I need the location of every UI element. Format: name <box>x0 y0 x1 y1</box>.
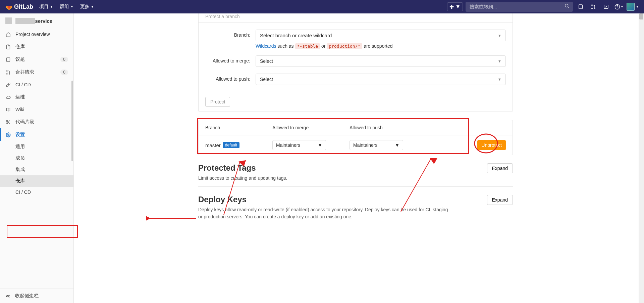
gitlab-logo[interactable]: GitLab <box>5 3 33 10</box>
merge-icon <box>591 4 596 9</box>
doc-icon <box>5 44 11 49</box>
sidebar-item-repo[interactable]: 仓库 <box>0 40 73 53</box>
th-merge: Allowed to merge <box>272 125 350 130</box>
sidebar-item-label: Project overview <box>15 32 50 37</box>
check-icon <box>603 4 609 9</box>
branch-cell: masterdefault <box>205 142 272 148</box>
scissors-icon <box>5 120 11 125</box>
sidebar-sub-members[interactable]: 成员 <box>0 153 73 164</box>
svg-point-10 <box>6 73 7 74</box>
merge-select[interactable]: Select▼ <box>256 55 506 67</box>
protect-branch-card: Protect a branch Branch: Select branch o… <box>198 10 513 112</box>
count-badge: 0 <box>60 70 68 75</box>
sidebar-item-label: 设置 <box>15 132 25 138</box>
wildcards-link[interactable]: Wildcards <box>256 43 276 49</box>
chevron-down-icon: ▼ <box>498 59 501 63</box>
chevron-down-icon: ▼ <box>455 4 461 10</box>
svg-rect-6 <box>604 5 608 9</box>
branch-select[interactable]: Select branch or create wildcard▼ <box>256 30 506 41</box>
sidebar-item-mr[interactable]: 合并请求0 <box>0 66 73 79</box>
expand-button[interactable]: Expand <box>487 163 513 173</box>
push-select[interactable]: Select▼ <box>256 74 506 85</box>
project-icon <box>5 17 12 24</box>
section-desc: Deploy keys allow read-only or read-writ… <box>198 206 453 220</box>
svg-point-14 <box>6 123 7 124</box>
expand-button[interactable]: Expand <box>487 195 513 205</box>
sidebar-sub-general[interactable]: 通用 <box>0 141 73 153</box>
sidebar-item-issues[interactable]: 议题0 <box>0 53 73 66</box>
row-push-select[interactable]: Maintainers▼ <box>350 140 403 150</box>
branch-label: Branch: <box>205 30 256 38</box>
top-navbar: GitLab 项目▼ 群组▼ 更多▼ ✚▼ ▼ ▼ <box>0 0 644 13</box>
gitlab-icon <box>5 3 13 10</box>
project-name: xxxxxxxservice <box>15 18 52 24</box>
svg-point-11 <box>9 73 10 74</box>
section-title: Deploy Keys <box>198 195 453 204</box>
help-icon <box>614 4 620 10</box>
svg-point-13 <box>6 120 7 121</box>
default-badge: default <box>223 142 239 148</box>
deploy-keys-section: Deploy Keys Deploy keys allow read-only … <box>198 187 513 225</box>
svg-rect-2 <box>579 5 583 9</box>
protect-button[interactable]: Protect <box>205 97 230 107</box>
home-icon <box>5 32 11 37</box>
nav-menu: 项目▼ 群组▼ 更多▼ <box>36 4 97 10</box>
sidebar-item-label: 议题 <box>15 56 25 62</box>
chevron-down-icon: ▼ <box>621 5 624 8</box>
count-badge: 0 <box>60 57 68 62</box>
page-scrollbar[interactable] <box>639 0 644 225</box>
section-title: Protected Tags <box>198 163 287 173</box>
nav-right: ✚▼ ▼ ▼ <box>447 2 639 12</box>
mr-shortcut[interactable] <box>588 2 598 12</box>
sidebar-sub-integrations[interactable]: 集成 <box>0 164 73 175</box>
svg-point-0 <box>565 4 568 7</box>
sidebar-item-cicd[interactable]: CI / CD <box>0 79 73 91</box>
section-desc: Limit access to creating and updating ta… <box>198 175 287 182</box>
rocket-icon <box>5 82 11 87</box>
sidebar-item-snippets[interactable]: 代码片段 <box>0 116 73 128</box>
wildcards-hint: Wildcards such as *-stable or production… <box>256 43 506 49</box>
sidebar-scrollbar[interactable] <box>71 13 73 225</box>
svg-point-5 <box>594 8 595 9</box>
search-input[interactable] <box>466 2 573 12</box>
sidebar-item-settings[interactable]: 设置 <box>0 128 73 141</box>
svg-point-9 <box>6 70 7 71</box>
chevron-down-icon: ▼ <box>498 34 501 38</box>
sidebar-item-label: 运维 <box>15 94 25 100</box>
search-container <box>466 2 573 12</box>
sidebar-item-wiki[interactable]: Wiki <box>0 103 73 116</box>
project-header[interactable]: xxxxxxxservice <box>0 13 73 28</box>
chevron-down-icon: ▼ <box>50 5 53 8</box>
issue-icon <box>5 57 11 62</box>
merge-label: Allowed to merge: <box>205 55 256 63</box>
gear-icon <box>5 132 11 137</box>
chevron-down-icon: ▼ <box>395 142 399 148</box>
sidebar-sub-repo[interactable]: 仓库 <box>0 175 73 187</box>
todos-shortcut[interactable] <box>601 2 611 12</box>
sidebar-item-label: Wiki <box>15 107 24 112</box>
help-button[interactable]: ▼ <box>614 2 624 12</box>
sidebar-item-ops[interactable]: 运维 <box>0 91 73 103</box>
svg-rect-8 <box>6 57 10 61</box>
nav-groups[interactable]: 群组▼ <box>56 4 77 10</box>
sidebar-item-label: CI / CD <box>15 82 31 87</box>
th-branch: Branch <box>205 125 272 130</box>
sidebar-sub-cicd[interactable]: CI / CD <box>0 187 73 198</box>
svg-point-3 <box>592 5 593 6</box>
avatar-icon <box>627 3 635 11</box>
issues-shortcut[interactable] <box>576 2 586 12</box>
user-menu[interactable]: ▼ <box>627 3 639 11</box>
cloud-icon <box>5 95 11 100</box>
chevron-down-icon: ▼ <box>636 5 639 8</box>
new-button[interactable]: ✚▼ <box>447 2 463 11</box>
row-merge-select[interactable]: Maintainers▼ <box>272 140 326 150</box>
nav-projects[interactable]: 项目▼ <box>36 4 56 10</box>
book-icon <box>5 107 11 112</box>
nav-more[interactable]: 更多▼ <box>77 4 97 10</box>
sidebar-item-overview[interactable]: Project overview <box>0 28 73 40</box>
unprotect-button[interactable]: Unprotect <box>477 140 506 150</box>
search-icon[interactable] <box>565 4 570 10</box>
plus-icon: ✚ <box>449 4 454 10</box>
sidebar-item-label: 合并请求 <box>15 69 34 75</box>
svg-point-12 <box>8 84 9 84</box>
